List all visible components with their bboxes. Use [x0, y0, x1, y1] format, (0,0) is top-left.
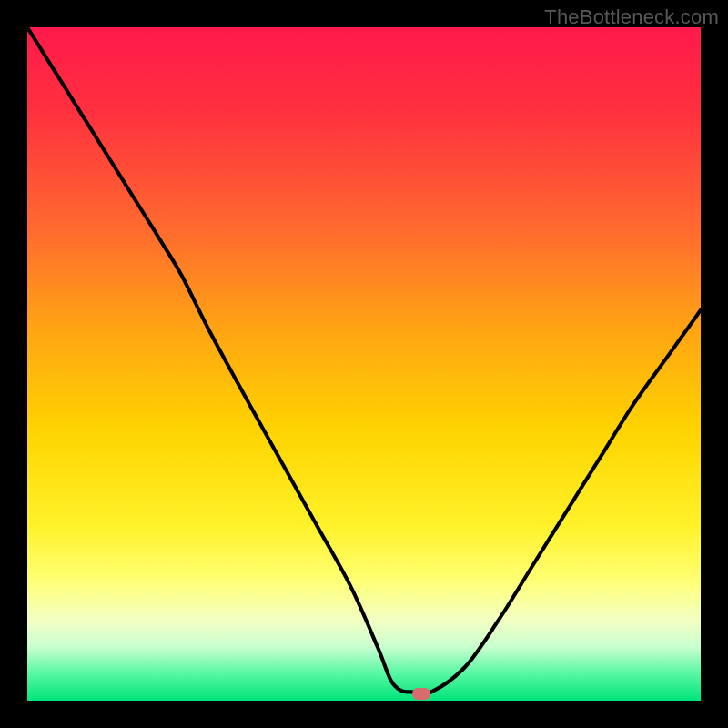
- chart-frame: TheBottleneck.com: [0, 0, 728, 728]
- bottleneck-curve: [27, 27, 701, 701]
- watermark-text: TheBottleneck.com: [544, 5, 719, 29]
- plot-area: [27, 27, 701, 701]
- optimal-point-marker: [412, 688, 430, 700]
